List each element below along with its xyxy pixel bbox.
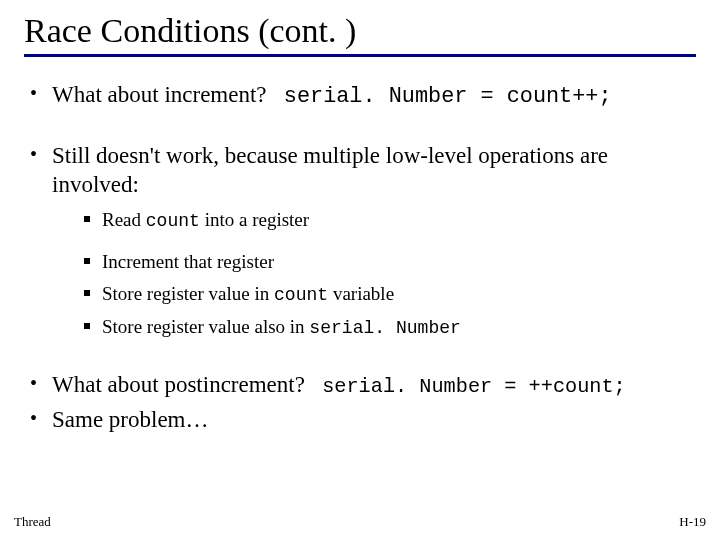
code-inline: count — [146, 211, 200, 231]
slide: Race Conditions (cont. ) What about incr… — [0, 0, 720, 540]
bullet-postincrement: What about postincrement? serial. Number… — [24, 371, 696, 400]
slide-title: Race Conditions (cont. ) — [24, 12, 696, 50]
bullet-explanation: Still doesn't work, because multiple low… — [24, 142, 696, 339]
bullet-text: Still doesn't work, because multiple low… — [52, 143, 608, 197]
title-underline — [24, 54, 696, 57]
sub-bullet: Store register value also in serial. Num… — [80, 315, 696, 340]
footer-right: H-19 — [679, 514, 706, 530]
code-snippet: serial. Number = ++count; — [322, 375, 626, 398]
text: Store register value in — [102, 283, 274, 304]
sub-bullet-list: Read count into a register Increment tha… — [80, 208, 696, 339]
bullet-text: What about increment? — [52, 82, 267, 107]
text: Store register value also in — [102, 316, 309, 337]
bullet-text: Same problem… — [52, 407, 209, 432]
bullet-increment: What about increment? serial. Number = c… — [24, 81, 696, 110]
bullet-same-problem: Same problem… — [24, 406, 696, 435]
text: into a register — [200, 209, 309, 230]
bullet-text: What about postincrement? — [52, 372, 305, 397]
main-bullet-list: What about increment? serial. Number = c… — [24, 81, 696, 435]
text: variable — [328, 283, 394, 304]
code-snippet: serial. Number = count++; — [284, 84, 612, 109]
sub-bullet: Store register value in count variable — [80, 282, 696, 307]
code-inline: count — [274, 285, 328, 305]
text: Increment that register — [102, 251, 274, 272]
code-inline: serial. Number — [309, 318, 461, 338]
text: Read — [102, 209, 146, 230]
footer-left: Thread — [14, 514, 51, 530]
slide-body: What about increment? serial. Number = c… — [24, 81, 696, 435]
sub-bullet: Read count into a register — [80, 208, 696, 233]
sub-bullet: Increment that register — [80, 250, 696, 274]
